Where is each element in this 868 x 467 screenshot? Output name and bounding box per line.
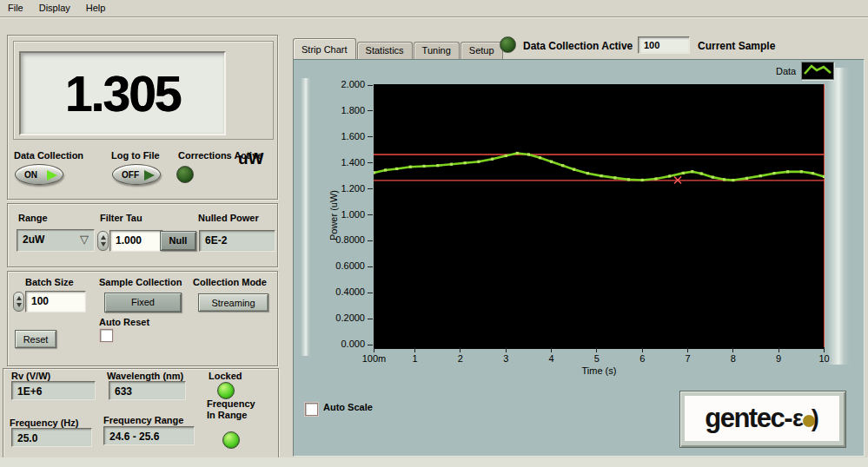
data-collection-state: ON — [24, 170, 37, 180]
y-axis-tick — [368, 188, 373, 189]
nulled-power-value: 6E-2 — [199, 230, 275, 252]
x-axis-tick — [551, 347, 552, 352]
increment-icon[interactable] — [17, 296, 22, 300]
gentec-logo-frame: gentec - ε ) — [679, 391, 846, 448]
x-axis-tick-label: 3 — [487, 353, 525, 364]
y-axis-tick — [368, 345, 373, 345]
data-collection-label: Data Collection — [14, 150, 83, 161]
frequency-range-value: 24.6 - 25.6 — [103, 426, 195, 445]
tab-tuning[interactable]: Tuning — [414, 42, 460, 60]
toggle-led-icon — [47, 170, 57, 181]
wavelength-input[interactable]: 633 — [109, 381, 186, 400]
y-axis-tick-label: 2.000 — [306, 79, 365, 89]
rv-input[interactable]: 1E+6 — [11, 381, 96, 400]
reset-button[interactable]: Reset — [15, 330, 56, 348]
x-axis-tick-label: 8 — [714, 353, 752, 364]
x-axis-tick-label: 7 — [669, 353, 707, 364]
menu-item-file[interactable]: File — [0, 1, 31, 16]
locked-led — [217, 382, 235, 399]
chart-frame-right — [827, 68, 850, 365]
y-axis-tick-label: 1.400 — [306, 157, 365, 168]
meter-panel: 1.305 uW Data Collection Log to File Cor… — [7, 35, 278, 200]
tab-statistics[interactable]: Statistics — [357, 42, 413, 60]
frequency-range-label: Frequency Range — [103, 415, 183, 425]
x-axis-tick — [642, 347, 643, 352]
logo-arc-icon: ) — [812, 405, 819, 432]
range-panel: Range Filter Tau Nulled Power 2uW ▽ 1.00… — [7, 203, 278, 267]
range-dropdown[interactable]: 2uW ▽ — [17, 229, 95, 252]
data-collection-active-led — [500, 36, 516, 53]
increment-icon[interactable] — [101, 235, 106, 240]
y-axis-tick — [368, 110, 373, 111]
x-axis-tick — [374, 347, 374, 352]
current-sample-value: 100 — [638, 36, 690, 54]
logo-dash: - — [784, 403, 792, 434]
y-axis-tick — [368, 162, 373, 163]
corrections-active-label: Corrections Active — [178, 150, 262, 161]
tab-strip-chart[interactable]: Strip Chart — [293, 38, 356, 60]
locked-label: Locked — [209, 371, 242, 381]
legend-label: Data — [776, 66, 796, 76]
chevron-down-icon[interactable]: ▽ — [80, 233, 89, 246]
detector-panel: Rv (V/W) Wavelength (nm) Locked 1E+6 633… — [3, 368, 279, 458]
auto-scale-checkbox[interactable] — [305, 403, 318, 416]
menu-item-help[interactable]: Help — [78, 1, 114, 16]
frequency-input[interactable]: 25.0 — [11, 428, 92, 447]
chart-legend[interactable]: Data — [776, 62, 834, 80]
tab-setup[interactable]: Setup — [461, 42, 503, 60]
x-axis-tick — [596, 347, 597, 352]
auto-reset-checkbox[interactable] — [100, 329, 113, 342]
batch-size-stepper[interactable] — [13, 292, 24, 312]
strip-chart-plot[interactable] — [374, 84, 825, 349]
null-button[interactable]: Null — [160, 231, 196, 251]
y-axis-tick-label: 0.4000 — [306, 286, 365, 297]
current-sample-label: Current Sample — [698, 40, 775, 52]
x-axis-tick — [414, 347, 415, 352]
log-to-file-label: Log to File — [111, 150, 160, 161]
range-value: 2uW — [23, 234, 44, 246]
collection-mode-label: Collection Mode — [193, 277, 267, 287]
y-axis-tick — [368, 293, 373, 293]
x-axis-tick-label: 9 — [759, 353, 798, 364]
sample-collection-button[interactable]: Fixed — [104, 293, 182, 312]
log-to-file-toggle[interactable]: OFF — [112, 164, 161, 185]
x-axis-tick — [732, 347, 733, 352]
filter-tau-stepper[interactable] — [97, 231, 109, 251]
decrement-icon[interactable] — [101, 242, 106, 247]
data-collection-toggle[interactable]: ON — [15, 164, 63, 185]
x-axis-tick — [779, 347, 779, 352]
logo-epsilon-icon: ε — [792, 405, 804, 432]
x-axis-tick — [460, 347, 461, 352]
meter-value: 1.305 — [65, 65, 181, 122]
gentec-logo: gentec - ε ) — [685, 396, 839, 441]
y-axis-tick — [368, 136, 373, 137]
auto-scale-label: Auto Scale — [323, 402, 373, 412]
y-axis-tick-label: 1.600 — [306, 131, 365, 141]
power-meter-window: FileDisplayHelp 1.305 uW Data Collection… — [0, 0, 868, 467]
x-axis-tick-label: 4 — [533, 353, 571, 364]
nulled-power-label: Nulled Power — [198, 213, 259, 223]
corrections-active-led — [176, 166, 194, 183]
x-axis-tick-label: 10 — [805, 353, 844, 364]
rv-label: Rv (V/W) — [11, 371, 50, 381]
tab-bar: Strip ChartStatisticsTuningSetup — [293, 38, 504, 60]
x-axis-tick-label: 1 — [396, 353, 434, 364]
collection-mode-button[interactable]: Streaming — [198, 293, 268, 312]
x-axis-tick-label: 100m — [355, 353, 394, 364]
x-axis-title: Time (s) — [374, 365, 825, 376]
log-to-file-state: OFF — [122, 170, 139, 180]
menu-item-display[interactable]: Display — [31, 1, 78, 16]
y-axis-tick — [368, 319, 373, 319]
auto-reset-label: Auto Reset — [99, 317, 149, 327]
toggle-led-icon — [144, 170, 155, 181]
y-axis-tick — [368, 266, 373, 267]
y-axis-tick-label: 1.800 — [306, 105, 365, 115]
data-series-icon — [801, 62, 834, 80]
filter-tau-input[interactable]: 1.000 — [109, 230, 163, 252]
batch-size-input[interactable]: 100 — [25, 291, 86, 312]
meter-display: 1.305 — [19, 51, 226, 135]
frequency-in-range-label: Frequency In Range — [207, 398, 255, 421]
wavelength-label: Wavelength (nm) — [107, 371, 183, 381]
x-axis-tick-label: 6 — [623, 353, 661, 364]
decrement-icon[interactable] — [17, 303, 22, 307]
